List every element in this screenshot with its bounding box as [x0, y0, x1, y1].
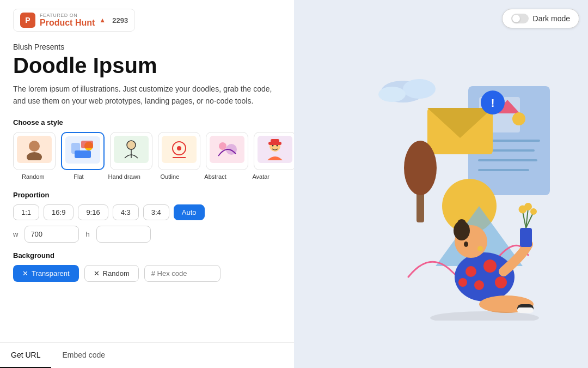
right-panel: Dark mode	[294, 0, 588, 368]
tab-get-url[interactable]: Get URL	[0, 343, 51, 368]
svg-point-20	[403, 79, 436, 99]
prop-btn-auto[interactable]: Auto	[174, 204, 205, 220]
svg-point-41	[483, 260, 497, 273]
svg-point-11	[219, 142, 226, 150]
bg-transparent-button[interactable]: ✕ Transparent	[13, 265, 79, 282]
prop-btn-1-1[interactable]: 1:1	[13, 204, 39, 220]
style-label-random: Random	[13, 173, 53, 180]
style-label-abstract: Abstract	[195, 173, 236, 180]
style-thumb-flat	[65, 136, 100, 164]
toggle-icon	[511, 14, 529, 23]
style-thumb-handdrawn	[114, 136, 149, 163]
style-label-outline: Outline	[150, 173, 190, 180]
transparent-icon: ✕	[22, 269, 28, 277]
proportion-buttons: 1:1 16:9 9:16 4:3 3:4 Auto	[13, 204, 281, 220]
proportion-section: Proportion 1:1 16:9 9:16 4:3 3:4 Auto w …	[13, 191, 281, 243]
style-card-abstract[interactable]	[206, 132, 248, 170]
illustration-area: !	[310, 48, 572, 321]
style-grid	[13, 132, 281, 170]
svg-point-29	[512, 112, 525, 125]
svg-rect-60	[517, 307, 534, 313]
hex-input[interactable]	[144, 265, 220, 282]
style-card-handdrawn[interactable]	[110, 132, 152, 170]
style-thumb-outline	[162, 136, 197, 163]
ph-count: 2293	[112, 16, 128, 25]
width-input[interactable]	[24, 226, 79, 243]
dark-mode-label: Dark mode	[533, 14, 570, 23]
svg-point-43	[495, 276, 507, 288]
style-thumb-abstract	[210, 136, 244, 163]
prop-btn-16-9[interactable]: 16:9	[44, 204, 74, 220]
ph-text: FEATURED ON Product Hunt	[40, 13, 95, 28]
svg-point-9	[177, 146, 181, 150]
svg-point-49	[464, 242, 468, 247]
style-thumb-random	[17, 136, 52, 163]
left-panel: P FEATURED ON Product Hunt ▲ 2293 Blush …	[0, 0, 294, 368]
style-card-flat[interactable]	[61, 132, 105, 170]
svg-point-21	[378, 87, 406, 102]
ph-arrow-icon: ▲	[99, 16, 106, 24]
style-label-handdrawn: Hand drawn	[104, 173, 144, 180]
ph-featured-label: FEATURED ON	[40, 13, 95, 18]
svg-point-39	[455, 252, 514, 301]
style-label-flat: Flat	[59, 173, 99, 180]
dimension-row: w h	[13, 226, 281, 243]
toggle-circle	[512, 15, 520, 22]
bg-random-button[interactable]: ✕ Random	[84, 265, 139, 282]
background-label: Background	[13, 251, 281, 260]
svg-text:!: !	[491, 97, 495, 109]
width-label: w	[13, 230, 18, 238]
height-input[interactable]	[96, 226, 151, 243]
svg-point-56	[524, 203, 532, 210]
random-icon: ✕	[94, 269, 100, 277]
blush-presents-label: Blush Presents	[13, 43, 281, 51]
svg-rect-3	[75, 150, 91, 158]
tab-embed-code[interactable]: Embed code	[51, 343, 116, 368]
svg-point-40	[465, 266, 476, 277]
background-section: Background ✕ Transparent ✕ Random	[13, 251, 281, 282]
svg-point-45	[458, 278, 467, 287]
style-card-avatar[interactable]	[254, 132, 294, 170]
style-label-avatar: Avatar	[241, 173, 281, 180]
svg-point-50	[477, 246, 483, 251]
prop-btn-3-4[interactable]: 3:4	[143, 204, 169, 220]
svg-point-6	[127, 141, 136, 149]
svg-rect-17	[271, 139, 279, 143]
product-hunt-badge[interactable]: P FEATURED ON Product Hunt ▲ 2293	[13, 9, 135, 32]
page-title: Doodle Ipsum	[13, 53, 281, 77]
prop-btn-4-3[interactable]: 4:3	[113, 204, 139, 220]
svg-point-35	[404, 141, 437, 195]
dark-mode-button[interactable]: Dark mode	[502, 9, 579, 28]
style-section-label: Choose a style	[13, 118, 281, 126]
hero-description: The lorem ipsum of illustrations. Just c…	[13, 83, 281, 107]
main-illustration: !	[310, 48, 572, 321]
ph-logo-icon: P	[20, 13, 35, 28]
style-thumb-avatar	[258, 136, 292, 163]
svg-point-0	[29, 141, 40, 152]
style-card-random[interactable]	[13, 132, 56, 170]
proportion-label: Proportion	[13, 191, 281, 199]
ph-name: Product Hunt	[40, 18, 95, 28]
height-label: h	[85, 230, 89, 238]
svg-rect-5	[81, 141, 93, 148]
style-card-outline[interactable]	[158, 132, 200, 170]
prop-btn-9-16[interactable]: 9:16	[78, 204, 108, 220]
svg-rect-51	[520, 228, 532, 247]
svg-point-57	[530, 208, 537, 215]
svg-point-1	[27, 152, 42, 160]
svg-point-42	[474, 280, 484, 290]
style-name-labels: Random Flat Hand drawn Outline Abstract …	[13, 173, 281, 180]
bottom-tabs: Get URL Embed code	[0, 342, 294, 368]
svg-point-48	[457, 219, 466, 228]
bg-buttons: ✕ Transparent ✕ Random	[13, 265, 281, 282]
